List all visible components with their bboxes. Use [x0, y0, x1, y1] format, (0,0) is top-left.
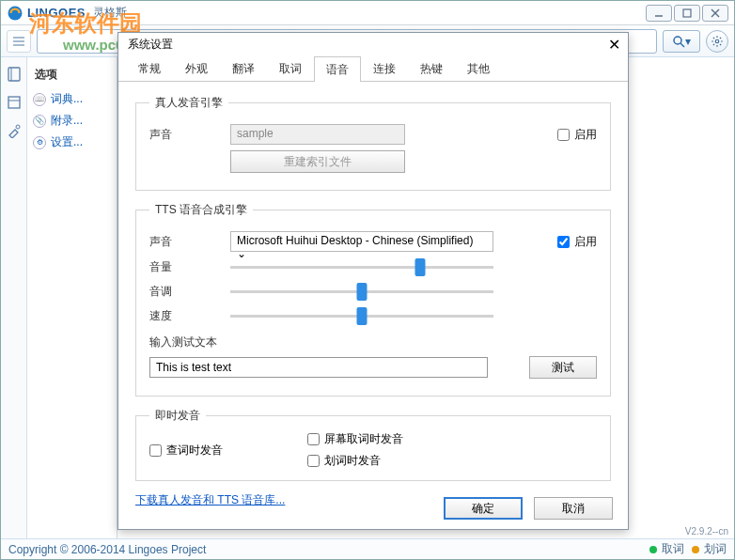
sidebar-item-dictionary[interactable]: 📖词典...	[31, 88, 113, 110]
tab-appearance[interactable]: 外观	[173, 55, 220, 81]
group-legend: 真人发音引擎	[149, 95, 228, 111]
group-human-voice: 真人发音引擎 声音 sample 启用 重建索引文件	[135, 95, 611, 191]
svg-rect-2	[683, 9, 691, 17]
maximize-button[interactable]	[674, 5, 700, 22]
sidebar-item-label: 设置...	[51, 134, 83, 150]
brand-en: LINGOES	[27, 6, 86, 20]
search-icon	[672, 35, 685, 48]
dialog-close-button[interactable]: ✕	[605, 36, 622, 53]
group-legend: TTS 语音合成引擎	[149, 202, 253, 218]
tab-general[interactable]: 常规	[126, 55, 173, 81]
tab-connection[interactable]: 连接	[361, 55, 408, 81]
appendix-rail-icon[interactable]	[7, 95, 22, 110]
human-enable-checkbox[interactable]: 启用	[557, 127, 597, 143]
version-label: V2.9.2--cn	[685, 526, 728, 537]
search-button[interactable]: ▾	[663, 30, 700, 53]
tab-hotkey[interactable]: 热键	[408, 55, 455, 81]
pitch-slider[interactable]	[230, 282, 597, 301]
test-button[interactable]: 测试	[529, 356, 597, 379]
tools-rail-icon[interactable]	[7, 123, 22, 138]
human-voice-select: sample	[230, 124, 405, 145]
app-logo-icon	[7, 5, 23, 22]
rebuild-index-button[interactable]: 重建索引文件	[230, 150, 405, 173]
sidebar-item-label: 词典...	[51, 91, 83, 107]
status-huaci[interactable]: 划词	[692, 541, 727, 557]
group-tts: TTS 语音合成引擎 声音 Microsoft Huihui Desktop -…	[135, 202, 611, 397]
volume-label: 音量	[149, 259, 221, 275]
attach-icon: 📎	[33, 115, 46, 128]
volume-slider[interactable]	[230, 257, 597, 276]
dictionary-rail-icon[interactable]	[7, 67, 22, 82]
status-quci[interactable]: 取词	[649, 541, 684, 557]
sidebar-item-appendix[interactable]: 📎附录...	[31, 110, 113, 132]
minimize-button[interactable]	[646, 5, 672, 22]
book-icon: 📖	[33, 93, 46, 106]
pitch-label: 音调	[149, 284, 221, 300]
status-dot-icon	[692, 546, 699, 553]
svg-point-8	[674, 37, 681, 44]
download-voices-link[interactable]: 下载真人发音和 TTS 语音库...	[135, 493, 285, 506]
status-dot-icon	[649, 546, 657, 553]
voice-label: 声音	[149, 127, 221, 143]
tab-speech[interactable]: 语音	[314, 56, 361, 82]
test-text-label: 输入测试文本	[149, 334, 217, 350]
cancel-button[interactable]: 取消	[534, 497, 613, 520]
group-legend: 即时发音	[149, 408, 206, 424]
svg-rect-13	[8, 97, 20, 108]
brand-cn: 灵格斯	[93, 5, 127, 21]
group-instant: 即时发音 查词时发音 屏幕取词时发音 划词时发音	[135, 408, 611, 481]
rate-slider[interactable]	[230, 306, 597, 325]
sidebar-item-settings[interactable]: ⚙设置...	[31, 132, 113, 153]
sidebar-title: 选项	[31, 63, 113, 88]
close-button[interactable]	[702, 5, 728, 22]
ok-button[interactable]: 确定	[444, 497, 523, 520]
svg-point-15	[16, 125, 20, 129]
tts-voice-label: 声音	[149, 234, 221, 250]
tab-capture[interactable]: 取词	[267, 55, 314, 81]
svg-line-9	[680, 43, 684, 47]
svg-point-10	[715, 39, 719, 43]
tts-enable-checkbox[interactable]: 启用	[557, 234, 597, 250]
instant-screen-checkbox[interactable]: 屏幕取词时发音	[307, 431, 403, 447]
test-text-input[interactable]	[149, 357, 488, 378]
tabs: 常规 外观 翻译 取词 语音 连接 热键 其他	[118, 55, 628, 82]
tts-voice-select[interactable]: Microsoft Huihui Desktop - Chinese (Simp…	[230, 231, 493, 252]
copyright: Copyright © 2006-2014 Lingoes Project	[8, 543, 206, 556]
gear-icon	[711, 35, 724, 48]
gear-icon: ⚙	[33, 136, 46, 149]
instant-lookup-checkbox[interactable]: 查词时发音	[149, 431, 223, 469]
tab-other[interactable]: 其他	[455, 55, 502, 81]
tab-translate[interactable]: 翻译	[220, 55, 267, 81]
svg-rect-11	[8, 68, 20, 81]
settings-button[interactable]	[706, 30, 728, 53]
instant-cursor-checkbox[interactable]: 划词时发音	[307, 453, 403, 469]
rate-label: 速度	[149, 308, 221, 324]
menu-button[interactable]	[7, 30, 31, 53]
dialog-title: 系统设置	[128, 37, 173, 53]
sidebar-item-label: 附录...	[51, 113, 83, 129]
settings-dialog: 系统设置 ✕ 常规 外观 翻译 取词 语音 连接 热键 其他 真人发音引擎 声音…	[117, 32, 629, 530]
